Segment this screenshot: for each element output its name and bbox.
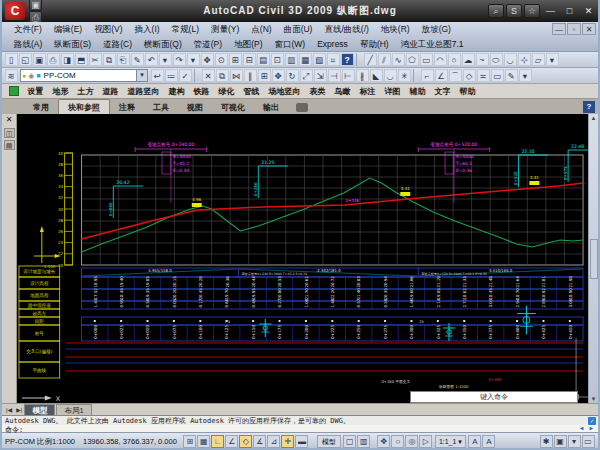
workspace-icon[interactable]: ✱ <box>540 435 553 448</box>
plot-icon[interactable]: ⎙ <box>47 53 60 66</box>
annotation-auto-icon[interactable]: A <box>482 435 495 448</box>
sheet-set-icon[interactable]: ▦ <box>299 53 312 66</box>
lock-icon[interactable]: ▣ <box>554 435 567 448</box>
civil-item-13[interactable]: 详图 <box>380 86 405 97</box>
layer-dropdown[interactable]: ●◉■PP-COM▾ <box>20 69 148 82</box>
cmd-scroll-left-icon[interactable]: ◀ <box>577 424 587 431</box>
civil-item-12[interactable]: 标注 <box>355 86 380 97</box>
hatch-icon[interactable]: ▱ <box>532 53 545 66</box>
make-current-icon[interactable]: ✓ <box>179 69 192 82</box>
otrack-toggle[interactable]: ∡ <box>253 435 266 448</box>
explode-icon[interactable]: ✳ <box>398 69 411 82</box>
menurow1-item-0[interactable]: 文件(F) <box>8 22 48 37</box>
cut-icon[interactable]: ✂ <box>89 53 102 66</box>
ducs-toggle[interactable]: ⊿ <box>267 435 280 448</box>
quick-calc-icon[interactable]: ⌗ <box>327 53 340 66</box>
menurow2-item-7[interactable]: Express <box>311 37 354 52</box>
break-icon[interactable]: ∦ <box>356 69 369 82</box>
pan-icon[interactable]: ✥ <box>201 53 214 66</box>
draw-more-icon[interactable]: ▾ <box>546 53 559 66</box>
menurow1-item-10[interactable]: 放坡(G) <box>416 22 457 37</box>
civil-item-2[interactable]: 土方 <box>73 86 98 97</box>
zoom-window-icon[interactable]: ⊞ <box>229 53 242 66</box>
dim-update-icon[interactable]: ▾ <box>519 69 532 82</box>
civil-item-14[interactable]: 辅助 <box>405 86 430 97</box>
civil-item-5[interactable]: 建构 <box>164 86 189 97</box>
model-space-button[interactable]: 模型 <box>317 435 341 448</box>
civil-item-16[interactable]: 帮助 <box>455 86 480 97</box>
move-icon[interactable]: ✥ <box>272 69 285 82</box>
menurow2-item-5[interactable]: 地图(P) <box>228 37 268 52</box>
ellipse-arc-icon[interactable]: ◡ <box>504 53 517 66</box>
annotation-scale-button[interactable]: 1:1_1 ▾ <box>435 435 466 448</box>
new-icon[interactable]: ▯ <box>5 53 18 66</box>
dim-linear-icon[interactable]: ⌐ <box>421 69 434 82</box>
mirror-icon[interactable]: ⋈ <box>230 69 243 82</box>
layer-freeze-icon[interactable]: ◉ <box>28 72 34 80</box>
rectangle-icon[interactable]: ▭ <box>420 53 433 66</box>
match-properties-icon[interactable]: ✎ <box>131 53 144 66</box>
layer-on-icon[interactable]: ● <box>22 72 26 79</box>
menurow2-item-4[interactable]: 管道(P) <box>188 37 228 52</box>
doc-close-icon[interactable]: ✕ <box>582 23 596 35</box>
status-menu-icon[interactable]: ▾ <box>568 435 581 448</box>
undo-drop-icon[interactable]: ▾ <box>159 53 172 66</box>
markup-set-icon[interactable]: ▧ <box>313 53 326 66</box>
scroll-up-icon[interactable]: ▲ <box>591 114 597 122</box>
menurow1-item-6[interactable]: 点(N) <box>245 22 277 37</box>
copy-object-icon[interactable]: ⧉ <box>216 69 229 82</box>
design-center-icon[interactable]: ⊡ <box>271 53 284 66</box>
open-icon[interactable]: ◱ <box>19 53 32 66</box>
civil-item-8[interactable]: 管线 <box>239 86 264 97</box>
line-icon[interactable]: ╱ <box>364 53 377 66</box>
dyn-toggle[interactable]: ✛ <box>281 435 294 448</box>
close-icon[interactable]: ✕ <box>580 5 597 18</box>
extend-icon[interactable]: ⊢ <box>342 69 355 82</box>
help-icon[interactable]: ? <box>341 53 354 66</box>
layer-manager-icon[interactable]: ≋ <box>5 69 18 82</box>
civil-item-3[interactable]: 道路 <box>98 86 123 97</box>
zoom-icon[interactable]: ○ <box>391 435 404 448</box>
stretch-icon[interactable]: ⇲ <box>314 69 327 82</box>
menurow1-item-5[interactable]: 测量(Y) <box>205 22 245 37</box>
polyline-icon[interactable]: ∿ <box>392 53 405 66</box>
chamfer-icon[interactable]: ◣ <box>370 69 383 82</box>
menurow2-item-1[interactable]: 纵断面(S) <box>48 37 97 52</box>
ribbon-minimize-icon[interactable] <box>296 103 308 112</box>
palette-properties-icon[interactable]: ◫ <box>4 128 15 138</box>
rotate-icon[interactable]: ↻ <box>286 69 299 82</box>
polygon-icon[interactable]: ⬠ <box>406 53 419 66</box>
doc-minimize-icon[interactable]: — <box>552 23 566 35</box>
menurow2-item-3[interactable]: 横断面(Q) <box>138 37 188 52</box>
tab-nav-first-icon[interactable]: |◀ <box>4 406 14 413</box>
snap-toggle[interactable]: ⊞ <box>183 435 196 448</box>
menurow2-item-2[interactable]: 道路(C) <box>97 37 138 52</box>
palette-close-icon[interactable]: ✕ <box>4 115 15 126</box>
dim-baseline-icon[interactable]: ▭ <box>491 69 504 82</box>
layer-color-swatch[interactable]: ■ <box>36 72 40 79</box>
grid-toggle[interactable]: ▦ <box>197 435 210 448</box>
menurow1-item-3[interactable]: 插入(I) <box>129 22 166 37</box>
osnap-toggle[interactable]: ◇ <box>239 435 252 448</box>
layer-states-icon[interactable]: ≔ <box>165 69 178 82</box>
scroll-down-icon[interactable]: ▼ <box>591 395 597 403</box>
civil-item-15[interactable]: 文字 <box>430 86 455 97</box>
point-icon[interactable]: ⊹ <box>518 53 531 66</box>
publish-icon[interactable]: ⬒ <box>75 53 88 66</box>
save-icon[interactable]: ▣ <box>33 53 46 66</box>
dim-arc-icon[interactable]: ⌒ <box>449 69 462 82</box>
zoom-previous-icon[interactable]: ⊟ <box>243 53 256 66</box>
arc-icon[interactable]: ◠ <box>434 53 447 66</box>
quick-view-drawings-icon[interactable]: ▥ <box>357 435 370 448</box>
circle-icon[interactable]: ○ <box>448 53 461 66</box>
hongye-icon[interactable] <box>9 86 19 96</box>
undo-icon[interactable]: ↶ <box>145 53 158 66</box>
polar-toggle[interactable]: ∠ <box>225 435 238 448</box>
erase-icon[interactable]: ✕ <box>202 69 215 82</box>
civil-item-6[interactable]: 铁路 <box>189 86 214 97</box>
command-prompt[interactable]: 命令: <box>2 425 598 433</box>
layout-tab-layout1[interactable]: 布局1 <box>56 404 91 416</box>
scale-icon[interactable]: ⤢ <box>300 69 313 82</box>
ribbon-tab-1[interactable]: 常用 <box>24 100 58 114</box>
steering-wheel-icon[interactable]: ◎ <box>405 435 418 448</box>
